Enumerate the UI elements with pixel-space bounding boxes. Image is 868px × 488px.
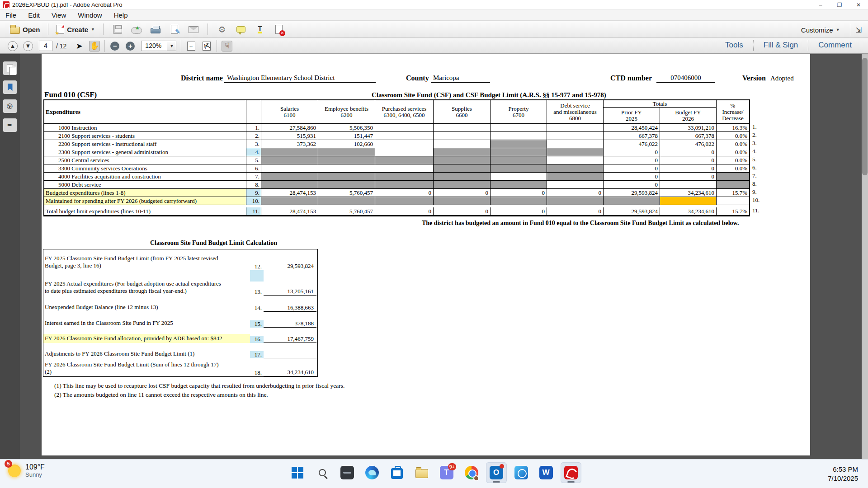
highlight-text-button[interactable]: T [255,24,265,35]
cell-debt[interactable] [547,164,604,173]
next-page-button[interactable]: ▼ [23,41,33,52]
cell-debt[interactable] [547,148,604,156]
cell-debt[interactable] [547,124,604,132]
cell-pct[interactable]: 15.7% [717,189,749,197]
cell-budget[interactable] [660,197,717,205]
cell-pct[interactable]: 0.0% [717,140,749,148]
remove-pdf-button[interactable] [274,24,284,35]
settings-button[interactable]: ⚙ [217,24,227,35]
cell-pct[interactable] [717,173,749,181]
email-button[interactable] [188,24,199,35]
cell-prior[interactable]: 0 [604,164,660,173]
cell-purch[interactable] [375,140,434,148]
tab-tools[interactable]: Tools [715,41,753,50]
cell-purch[interactable] [375,148,434,156]
bookmarks-button[interactable] [3,80,17,94]
cell-sup[interactable] [434,173,491,181]
cell-debt[interactable]: 0 [547,207,604,216]
cell-pct[interactable] [717,197,749,205]
cell-sup[interactable] [434,197,491,205]
cell-debt[interactable] [547,132,604,140]
close-button[interactable]: ✕ [849,0,868,10]
cell-purch[interactable] [375,164,434,173]
cell-purch[interactable] [375,156,434,164]
cell-prop[interactable] [491,156,547,164]
tab-fill-sign[interactable]: Fill & Sign [754,41,808,50]
comment-bubble-button[interactable] [236,24,246,35]
cell-sup[interactable] [434,164,491,173]
cell-purch[interactable] [375,181,434,189]
ctd-number-value[interactable]: 070406000 [656,74,715,83]
zoom-in-button[interactable]: + [125,41,136,52]
cell-sal[interactable] [261,148,318,156]
zoom-out-button[interactable]: − [109,41,120,52]
cell-sup[interactable] [434,140,491,148]
taskbar-outlook[interactable] [486,462,507,483]
cell-prior[interactable]: 667,378 [604,132,660,140]
taskbar-edge[interactable] [362,462,382,483]
cell-purch[interactable] [375,124,434,132]
cell-pct[interactable] [717,181,749,189]
cell-prior[interactable]: 0 [604,148,660,156]
cell-purch[interactable] [375,173,434,181]
cell-sal[interactable] [261,173,318,181]
cell-prop[interactable] [491,148,547,156]
cell-ben[interactable] [318,181,375,189]
calc-value[interactable]: 16,388,663 [264,304,316,312]
cell-prior[interactable]: 0 [604,156,660,164]
cell-prior[interactable] [604,197,660,205]
cell-pct[interactable]: 16.3% [717,124,749,132]
cell-sup[interactable] [434,148,491,156]
cell-sal[interactable]: 515,931 [261,132,318,140]
calc-value[interactable]: 17,467,759 [264,335,316,343]
cell-budget[interactable]: 0 [660,156,717,164]
cell-pct[interactable]: 0.0% [717,148,749,156]
fit-width-button[interactable] [186,41,197,52]
cell-sal[interactable] [261,156,318,164]
maximize-button[interactable]: ❐ [830,0,849,10]
open-button[interactable]: Open [6,23,43,36]
cell-budget[interactable]: 0 [660,164,717,173]
cell-debt[interactable] [547,181,604,189]
cell-sup[interactable]: 0 [434,207,491,216]
cell-purch[interactable]: 0 [375,207,434,216]
cell-pct[interactable]: 15.7% [717,207,749,216]
cell-prop[interactable]: 0 [491,207,547,216]
cell-pct[interactable]: 0.0% [717,156,749,164]
menu-file[interactable]: File [5,11,16,19]
signatures-button[interactable]: ✒ [3,118,17,132]
version-value[interactable]: Adopted [770,75,794,82]
hand-tool-button[interactable]: ✋ [89,41,100,52]
cell-prior[interactable]: 28,450,424 [604,124,660,132]
cell-budget[interactable]: 0 [660,173,717,181]
cell-ben[interactable] [318,197,375,205]
menu-view[interactable]: View [52,11,66,19]
cell-prior[interactable]: 0 [604,181,660,189]
cell-budget[interactable]: 667,378 [660,132,717,140]
cell-pct[interactable]: 0.0% [717,132,749,140]
taskbar-teams[interactable]: T 9+ [436,462,457,483]
cell-sal[interactable]: 28,474,153 [261,189,318,197]
cell-budget[interactable]: 476,022 [660,140,717,148]
cell-prop[interactable]: 0 [491,189,547,197]
cell-ben[interactable]: 5,506,350 [318,124,375,132]
zoom-dropdown-button[interactable]: ▼ [167,41,176,51]
cell-sal[interactable]: 28,474,153 [261,207,318,216]
cell-debt[interactable] [547,197,604,205]
cell-sal[interactable] [261,164,318,173]
taskbar-chrome[interactable] [461,462,482,483]
tab-comment[interactable]: Comment [808,41,862,50]
attachments-button[interactable]: ✇ [3,99,17,113]
cell-debt[interactable]: 0 [547,189,604,197]
calc-value[interactable] [264,358,316,358]
cell-prop[interactable] [491,140,547,148]
cell-prop[interactable] [491,164,547,173]
cell-prior[interactable]: 29,593,824 [604,207,660,216]
calc-value[interactable]: 378,188 [264,320,316,328]
county-value[interactable]: Maricopa [431,74,490,83]
cell-budget[interactable]: 0 [660,148,717,156]
cell-ben[interactable]: 151,447 [318,132,375,140]
cell-ben[interactable]: 102,660 [318,140,375,148]
vertical-scrollbar[interactable] [862,54,868,459]
cell-pct[interactable]: 0.0% [717,164,749,173]
